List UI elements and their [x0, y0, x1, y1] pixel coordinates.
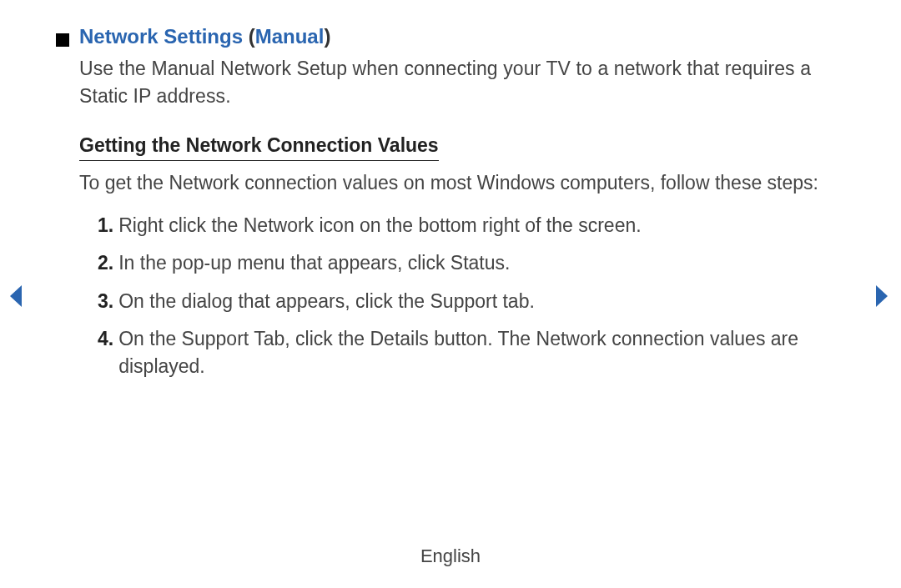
svg-marker-1 [876, 285, 888, 307]
chevron-right-icon [873, 284, 889, 309]
list-item: 1. Right click the Network icon on the b… [98, 212, 834, 239]
step-number: 2. [98, 249, 113, 277]
step-text: In the pop-up menu that appears, click S… [118, 249, 834, 277]
step-text: Right click the Network icon on the bott… [118, 212, 834, 239]
subsection: Getting the Network Connection Values To… [79, 134, 834, 381]
section-heading: Network Settings (Manual) [56, 25, 834, 48]
svg-marker-0 [10, 285, 22, 307]
step-text: On the Support Tab, click the Details bu… [118, 325, 834, 381]
list-item: 4. On the Support Tab, click the Details… [98, 325, 834, 381]
steps-list: 1. Right click the Network icon on the b… [79, 212, 834, 381]
list-item: 2. In the pop-up menu that appears, clic… [98, 249, 834, 277]
sub-intro-paragraph: To get the Network connection values on … [79, 169, 834, 197]
step-number: 4. [98, 325, 113, 381]
chevron-left-icon [8, 284, 25, 309]
next-page-button[interactable] [873, 284, 889, 309]
page-content: Network Settings (Manual) Use the Manual… [42, 25, 859, 381]
heading-paren-inner: Manual [255, 25, 325, 48]
step-number: 1. [98, 212, 113, 239]
prev-page-button[interactable] [8, 284, 25, 309]
heading-main: Network Settings [79, 25, 243, 48]
step-number: 3. [98, 288, 113, 315]
heading-text: Network Settings (Manual) [79, 25, 330, 48]
square-bullet-icon [56, 33, 69, 47]
step-text: On the dialog that appears, click the Su… [118, 288, 834, 315]
heading-paren-close: ) [324, 25, 330, 48]
heading-paren-open: ( [243, 25, 255, 48]
subheading: Getting the Network Connection Values [79, 134, 439, 161]
list-item: 3. On the dialog that appears, click the… [98, 288, 834, 315]
intro-paragraph: Use the Manual Network Setup when connec… [79, 55, 834, 111]
footer-language: English [0, 545, 901, 567]
